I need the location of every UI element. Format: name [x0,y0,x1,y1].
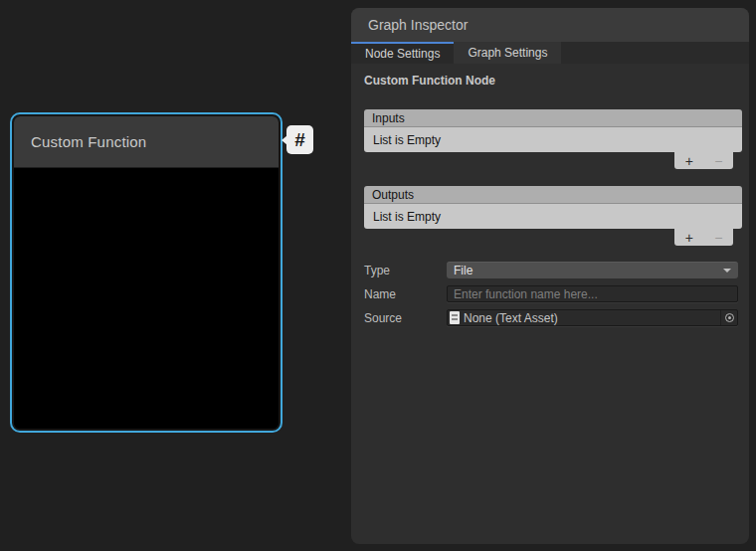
inputs-empty-row: List is Empty [364,127,742,152]
badge-tail [282,135,287,145]
inputs-list-header: Inputs [364,109,742,127]
outputs-empty-row: List is Empty [364,204,742,229]
inputs-list: Inputs List is Empty + − [364,109,742,169]
graph-inspector-panel: Graph Inspector Node Settings Graph Sett… [351,8,749,544]
chevron-down-icon [723,269,731,273]
outputs-list-header: Outputs [364,186,742,204]
type-dropdown-value: File [454,264,723,277]
object-picker-icon [725,313,734,322]
panel-title: Graph Inspector [368,17,468,33]
tab-graph-settings[interactable]: Graph Settings [454,42,561,64]
outputs-empty-label: List is Empty [373,210,441,224]
panel-body: Custom Function Node Inputs List is Empt… [351,74,749,326]
inspector-tabs: Node Settings Graph Settings [351,42,749,64]
node-title: Custom Function [31,133,146,150]
outputs-list-footerbar: + − [364,229,742,246]
custom-function-node[interactable]: Custom Function [10,112,283,433]
panel-titlebar[interactable]: Graph Inspector [351,8,749,42]
type-dropdown[interactable]: File [447,262,738,278]
source-label: Source [364,311,447,325]
node-fields: Type File Name Source None (Text Asset) [351,262,749,326]
outputs-list: Outputs List is Empty + − [364,186,742,246]
node-settings-heading: Custom Function Node [364,74,749,88]
inputs-remove-button[interactable]: − [710,154,726,168]
tab-graph-settings-label: Graph Settings [468,46,547,60]
tab-node-settings-label: Node Settings [365,47,440,61]
tab-node-settings[interactable]: Node Settings [351,42,454,64]
source-object-value: None (Text Asset) [464,311,720,325]
hash-icon: # [294,130,305,149]
text-asset-icon [450,311,460,324]
outputs-add-button[interactable]: + [681,231,697,245]
inputs-empty-label: List is Empty [373,133,441,147]
node-inner: Custom Function [14,116,279,429]
inputs-list-title: Inputs [372,111,405,125]
source-row: Source None (Text Asset) [364,309,738,326]
inputs-list-footer: + − [674,152,733,169]
outputs-remove-button[interactable]: − [710,231,726,245]
name-row: Name [364,285,738,302]
source-object-field[interactable]: None (Text Asset) [447,309,738,326]
node-preview-body [14,168,279,429]
name-label: Name [364,287,447,301]
name-input[interactable] [447,285,738,302]
object-picker-button[interactable] [720,310,737,325]
type-row: Type File [364,262,738,278]
outputs-list-title: Outputs [372,188,414,202]
node-header[interactable]: Custom Function [14,116,279,168]
outputs-list-footer: + − [674,229,733,246]
type-label: Type [364,264,447,277]
inputs-add-button[interactable]: + [681,154,697,168]
inputs-list-footerbar: + − [364,152,742,169]
tab-strip-filler [561,42,749,64]
node-hash-badge-button[interactable]: # [286,125,313,154]
